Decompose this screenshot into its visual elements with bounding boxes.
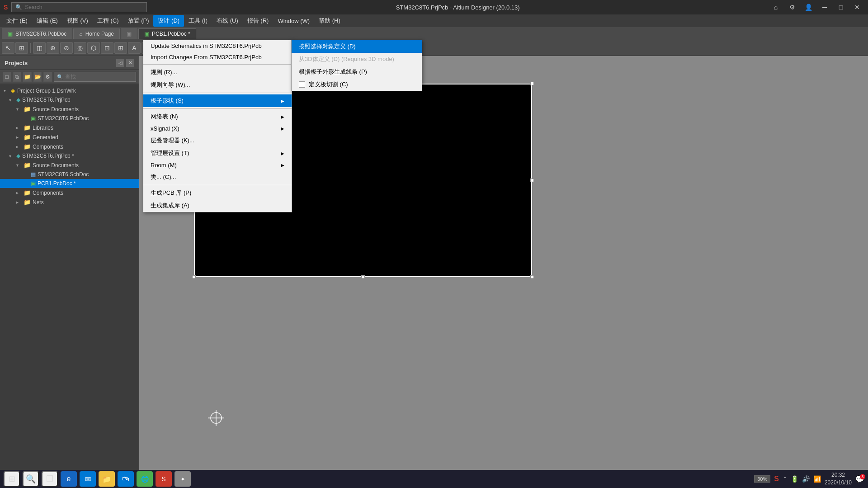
toolbar-btn-4[interactable]: ⊕ [47, 42, 59, 54]
dm-board-shape[interactable]: 板子形状 (S) ▶ [143, 94, 292, 107]
menu-view[interactable]: 视图 (V) [62, 15, 93, 27]
taskbar-store[interactable]: 🛍 [118, 471, 134, 487]
toolbar-btn-5[interactable]: ⊘ [60, 42, 73, 54]
tray-arrow[interactable]: ⌃ [783, 476, 787, 482]
panel-close-btn[interactable]: ✕ [126, 59, 134, 67]
home-button[interactable]: ⌂ [769, 2, 783, 12]
tab-homepage[interactable]: ⌂ Home Page [73, 28, 120, 39]
menu-window[interactable]: Window (W) [273, 16, 314, 26]
tray-sound[interactable]: 🔊 [802, 475, 810, 483]
tree-comp1[interactable]: ▸ 📁 Components [0, 142, 139, 151]
menu-help[interactable]: 帮助 (H) [314, 15, 345, 27]
tree-comp2[interactable]: ▸ 📁 Components [0, 188, 139, 197]
tree-sch1[interactable]: ▦ STM32C8T6.SchDoc [0, 170, 139, 179]
taskbar-files[interactable]: 📁 [99, 471, 115, 487]
panel-pin-btn[interactable]: ◁ [116, 59, 124, 67]
tree-pcb1[interactable]: ▣ STM32C8T6.PcbDoc [0, 114, 139, 123]
tab-extra[interactable]: ▣ [121, 28, 137, 39]
account-button[interactable]: 👤 [801, 2, 816, 12]
tab-pcbdoc2[interactable]: ▣ PCB1.PcbDoc * [138, 28, 196, 39]
notification-icon[interactable]: 💬 3 [855, 475, 864, 483]
handle-bm[interactable] [361, 275, 365, 279]
handle-mr[interactable] [530, 178, 534, 182]
toolbar-btn-8[interactable]: ⊡ [101, 42, 113, 54]
toolbar-btn-10[interactable]: A [128, 42, 141, 54]
sm-define-board-cutout[interactable]: 定义板切割 (C) [292, 78, 422, 91]
toolbar-btn-6[interactable]: ◎ [74, 42, 86, 54]
zoom-indicator[interactable]: 30% [754, 475, 770, 483]
src1-arrow: ▾ [16, 107, 22, 112]
dm-xsignal[interactable]: xSignal (X) ▶ [143, 123, 292, 134]
panel-folder-btn[interactable]: 📁 [23, 72, 32, 82]
settings-button[interactable]: ⚙ [785, 2, 799, 12]
tree-pcb2[interactable]: ▣ PCB1.PcbDoc * [0, 179, 139, 188]
task-view-button[interactable]: ❒ [42, 471, 58, 487]
menu-route[interactable]: 布线 (U) [212, 15, 243, 27]
panel-copy-btn[interactable]: ⧉ [13, 72, 22, 82]
sm-define-from-selected[interactable]: 按照选择对象定义 (D) [292, 40, 422, 53]
tree-gen1[interactable]: ▸ 📁 Generated [0, 132, 139, 142]
taskbar-clock[interactable]: 20:32 2020/10/10 [825, 471, 852, 487]
pcb1-label: STM32C8T6.PcbDoc [38, 115, 89, 122]
taskbar-edge[interactable]: e [61, 471, 77, 487]
toolbar-btn-1[interactable]: ↖ [2, 42, 14, 54]
dm-layer-sets-arrow: ▶ [281, 151, 284, 156]
toolbar-btn-9[interactable]: ⊞ [114, 42, 127, 54]
panel-folder2-btn[interactable]: 📂 [33, 72, 42, 82]
menu-report[interactable]: 报告 (R) [243, 15, 274, 27]
dm-room[interactable]: Room (M) ▶ [143, 160, 292, 171]
panel-settings-btn[interactable]: ⚙ [43, 72, 52, 82]
tree-proj1[interactable]: ▾ ◆ STM32C8T6.PrjPcb [0, 95, 139, 104]
tree-libs1[interactable]: ▸ 📁 Libraries [0, 123, 139, 132]
tree-group1[interactable]: ▾ ◈ Project Group 1.DsnWrk [0, 86, 139, 95]
menu-project[interactable]: 工程 (C) [93, 15, 123, 27]
dm-layer-stack[interactable]: 层叠管理器 (K)... [143, 134, 292, 147]
panel-search-input[interactable] [65, 74, 133, 80]
tree-proj2[interactable]: ▾ ◆ STM32C8T6.PrjPcb * [0, 151, 139, 160]
title-search-bar[interactable]: 🔍 [11, 2, 147, 12]
taskbar-search-icon: 🔍 [26, 474, 36, 484]
handle-tr[interactable] [530, 82, 534, 85]
dm-layer-sets[interactable]: 管理层设置 (T) ▶ [143, 147, 292, 160]
menu-tools[interactable]: 工具 (I) [184, 15, 212, 27]
close-button[interactable]: ✕ [850, 2, 864, 12]
title-search-input[interactable] [25, 4, 143, 10]
menu-edit[interactable]: 编辑 (E) [32, 15, 62, 27]
gen1-icon: 📁 [24, 134, 31, 141]
maximize-button[interactable]: □ [834, 2, 848, 12]
search-icon: 🔍 [15, 4, 22, 10]
taskbar-browser2[interactable]: 🌐 [137, 471, 153, 487]
dm-netlist[interactable]: 网络表 (N) ▶ [143, 110, 292, 123]
taskbar-app2[interactable]: ✦ [175, 471, 191, 487]
tree-src1[interactable]: ▾ 📁 Source Documents [0, 104, 139, 114]
menu-file[interactable]: 文件 (E) [2, 15, 32, 27]
minimize-button[interactable]: ─ [817, 2, 832, 12]
toolbar-btn-3[interactable]: ◫ [33, 42, 46, 54]
handle-br[interactable] [530, 275, 534, 279]
panel-search[interactable]: 🔍 [54, 72, 136, 82]
toolbar-btn-7[interactable]: ⬡ [87, 42, 100, 54]
taskbar-altium[interactable]: S [156, 471, 172, 487]
taskbar-search-button[interactable]: 🔍 [23, 471, 39, 487]
dm-rules-wizard[interactable]: 规则向导 (W)... [143, 79, 292, 91]
dm-update-sch[interactable]: Update Schematics in STM32C8T6.PrjPcb [143, 40, 292, 52]
menu-design[interactable]: 设计 (D) [153, 15, 184, 27]
dm-gen-int-lib[interactable]: 生成集成库 (A) [143, 199, 292, 212]
tab-pcbdoc1-icon: ▣ [8, 31, 13, 37]
tray-network[interactable]: 📶 [813, 475, 821, 483]
taskbar-mail[interactable]: ✉ [80, 471, 96, 487]
panel-new-btn[interactable]: □ [3, 72, 11, 82]
dm-rules[interactable]: 规则 (R)... [143, 66, 292, 79]
menu-place[interactable]: 放置 (P) [123, 15, 154, 27]
tree-nets1[interactable]: ▸ 📁 Nets [0, 197, 139, 207]
start-button[interactable]: ⊞ [4, 471, 20, 487]
dm-import-changes[interactable]: Import Changes From STM32C8T6.PrjPcb [143, 52, 292, 63]
dm-gen-pcb-lib[interactable]: 生成PCB 库 (P) [143, 187, 292, 199]
sm-gen-from-outline[interactable]: 根据板子外形生成线条 (P) [292, 66, 422, 78]
handle-bl[interactable] [192, 275, 196, 279]
tab-pcbdoc1[interactable]: ▣ STM32C8T6.PcbDoc [2, 28, 72, 39]
dm-classes[interactable]: 类... (C)... [143, 171, 292, 183]
toolbar-btn-2[interactable]: ⊞ [15, 42, 28, 54]
tree-src2[interactable]: ▾ 📁 Source Documents [0, 160, 139, 170]
sch1-label: STM32C8T6.SchDoc [38, 171, 89, 178]
